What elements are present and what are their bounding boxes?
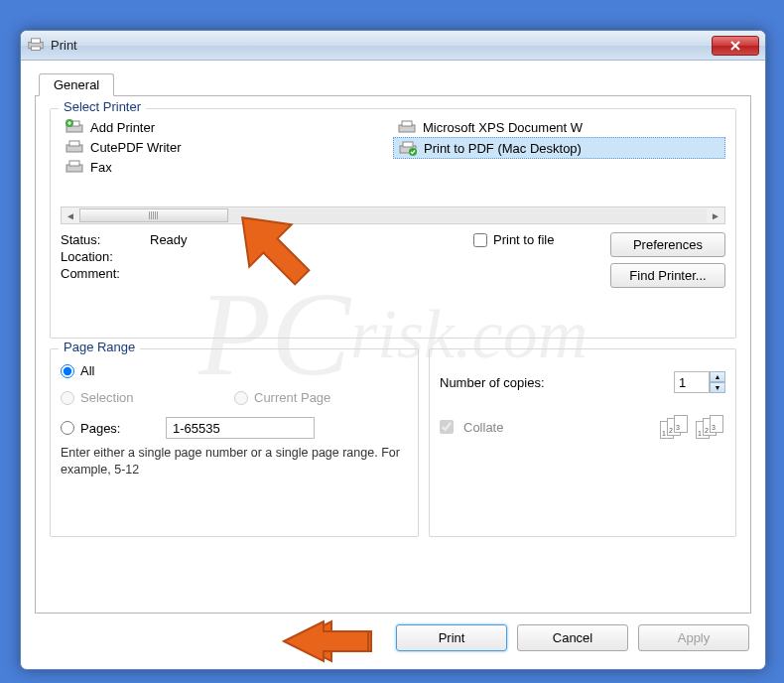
svg-rect-11 (402, 121, 412, 126)
svg-rect-9 (69, 161, 79, 166)
collate-label: Collate (463, 420, 503, 435)
radio-pages[interactable] (61, 421, 74, 435)
copies-label: Number of copies: (440, 375, 545, 390)
copies-down[interactable]: ▼ (710, 382, 725, 393)
svg-rect-1 (31, 38, 40, 42)
copies-up[interactable]: ▲ (710, 371, 725, 382)
group-title-select-printer: Select Printer (59, 99, 146, 114)
scroll-left-icon[interactable]: ◄ (62, 207, 79, 223)
radio-selection (61, 391, 74, 405)
radio-selection-label: Selection (80, 390, 133, 405)
group-title-page-range: Page Range (59, 340, 140, 354)
printer-item-xps[interactable]: Microsoft XPS Document W (393, 117, 725, 137)
scroll-right-icon[interactable]: ► (707, 207, 724, 223)
page-range-help: Enter either a single page number or a s… (61, 445, 408, 478)
printer-item-fax[interactable]: Fax (61, 157, 393, 177)
pages-input[interactable] (166, 417, 315, 439)
status-value: Ready (150, 232, 188, 247)
collate-row: Collate 1 2 3 1 2 3 (440, 415, 725, 439)
close-button[interactable] (712, 36, 759, 56)
scroll-thumb[interactable] (79, 208, 228, 222)
radio-current-row: Current Page (234, 390, 330, 405)
svg-rect-13 (403, 142, 413, 147)
printer-check-icon (398, 140, 418, 156)
fax-icon (65, 159, 84, 175)
tab-general[interactable]: General (39, 73, 114, 96)
radio-all-label: All (80, 363, 94, 378)
status-area: Status:Ready Location: Comment: (61, 232, 473, 288)
print-button[interactable]: Print (396, 624, 507, 651)
radio-selection-row: Selection (61, 390, 234, 405)
tab-body: PCrisk.com Select Printer Add Printer Cu… (35, 95, 751, 614)
tabstrip: General (35, 70, 751, 96)
printer-scrollbar[interactable]: ◄ ► (61, 206, 725, 224)
printer-list: Add Printer CutePDF Writer Fax (61, 117, 725, 203)
collate-icons: 1 2 3 1 2 3 (660, 415, 725, 439)
collate-checkbox (440, 420, 454, 434)
printer-add-icon (65, 119, 84, 135)
printer-icon (397, 119, 417, 135)
printer-label: Fax (90, 160, 112, 175)
printer-label: CutePDF Writer (90, 140, 182, 155)
group-copies: Number of copies: ▲ ▼ Collate (429, 348, 736, 537)
scroll-track[interactable] (79, 208, 707, 222)
radio-current-label: Current Page (254, 390, 330, 405)
find-printer-button[interactable]: Find Printer... (610, 263, 725, 288)
cancel-button[interactable]: Cancel (517, 624, 628, 651)
printer-item-cutepdf[interactable]: CutePDF Writer (61, 137, 393, 157)
radio-all[interactable] (61, 364, 74, 378)
radio-pages-label: Pages: (80, 421, 160, 436)
radio-pages-row[interactable]: Pages: (61, 417, 408, 439)
apply-button: Apply (638, 624, 749, 651)
radio-all-row[interactable]: All (61, 363, 408, 378)
status-label: Status: (61, 232, 150, 247)
comment-label: Comment: (61, 266, 150, 281)
printer-icon (27, 37, 45, 55)
print-to-file-checkbox[interactable] (473, 233, 487, 247)
collate-icon: 1 2 3 (696, 415, 725, 439)
printer-label: Add Printer (90, 120, 155, 135)
copies-input[interactable] (674, 371, 710, 393)
dialog-content: General PCrisk.com Select Printer Add Pr… (21, 61, 765, 663)
titlebar: Print (21, 31, 765, 61)
radio-current (234, 391, 248, 405)
printer-item-add[interactable]: Add Printer (61, 117, 393, 137)
svg-rect-7 (69, 141, 79, 146)
group-page-range: Page Range All Selection Current Page (50, 348, 419, 537)
printer-icon (65, 139, 84, 155)
location-label: Location: (61, 249, 150, 264)
print-to-file-label: Print to file (493, 232, 554, 247)
preferences-button[interactable]: Preferences (610, 232, 725, 257)
printer-label: Print to PDF (Mac Desktop) (424, 141, 582, 156)
print-to-file-row[interactable]: Print to file (473, 232, 554, 247)
window-title: Print (51, 38, 712, 53)
svg-rect-2 (31, 46, 40, 50)
printer-label: Microsoft XPS Document W (423, 120, 583, 135)
collate-icon: 1 2 3 (660, 415, 690, 439)
group-select-printer: Select Printer Add Printer CutePDF Write… (50, 108, 736, 339)
print-dialog: Print General PCrisk.com Select Printer … (20, 30, 766, 670)
printer-item-printtopdf[interactable]: Print to PDF (Mac Desktop) (393, 137, 725, 159)
bottom-buttons: Print Cancel Apply (35, 624, 751, 651)
